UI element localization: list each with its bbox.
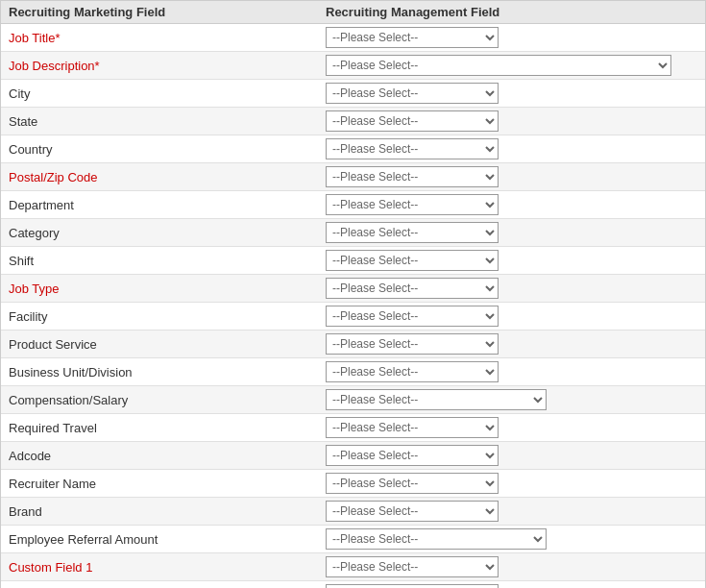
field-label: Required Travel xyxy=(9,421,326,435)
field-label: Shift xyxy=(9,254,326,268)
field-value: --Please Select-- xyxy=(326,389,697,410)
field-select[interactable]: --Please Select-- xyxy=(326,306,499,327)
field-value: --Please Select-- xyxy=(326,556,697,577)
field-value: --Please Select-- xyxy=(326,473,697,494)
field-value: --Please Select-- xyxy=(326,250,697,271)
field-label: Product Service xyxy=(9,337,326,352)
table-row: Facility--Please Select-- xyxy=(1,303,705,331)
field-select[interactable]: --Please Select-- xyxy=(326,166,499,187)
field-label: Postal/Zip Code xyxy=(9,170,326,184)
table-row: Job Type--Please Select-- xyxy=(1,275,705,303)
field-label: Category xyxy=(9,226,326,240)
field-select[interactable]: --Please Select-- xyxy=(326,584,499,588)
table-header: Recruiting Marketing Field Recruiting Ma… xyxy=(1,1,705,24)
field-select[interactable]: --Please Select-- xyxy=(326,138,499,159)
field-label: Job Type xyxy=(9,282,326,296)
table-row: Product Service--Please Select-- xyxy=(1,331,705,358)
field-select[interactable]: --Please Select-- xyxy=(326,27,499,48)
field-label: Job Description* xyxy=(9,59,326,73)
header-marketing-field: Recruiting Marketing Field xyxy=(9,5,326,19)
table-row: Department--Please Select-- xyxy=(1,191,705,219)
table-row: Postal/Zip Code--Please Select-- xyxy=(1,163,705,191)
field-value: --Please Select-- xyxy=(326,361,697,382)
table-row: Shift--Please Select-- xyxy=(1,247,705,275)
field-value: --Please Select-- xyxy=(326,222,697,243)
field-label: Facility xyxy=(9,309,326,324)
field-label: Brand xyxy=(9,504,326,519)
field-value: --Please Select-- xyxy=(326,417,697,438)
field-select[interactable]: --Please Select-- xyxy=(326,556,499,577)
required-star: * xyxy=(95,59,100,73)
field-label: Employee Referral Amount xyxy=(9,532,326,547)
field-label: City xyxy=(9,86,326,101)
field-select[interactable]: --Please Select-- xyxy=(326,473,499,494)
field-value: --Please Select-- xyxy=(326,528,697,550)
field-select[interactable]: --Please Select-- xyxy=(326,83,499,104)
field-select[interactable]: --Please Select-- xyxy=(326,55,671,76)
table-row: Business Unit/Division--Please Select-- xyxy=(1,358,705,386)
field-value: --Please Select-- xyxy=(326,138,697,159)
field-value: --Please Select-- xyxy=(326,110,697,132)
field-value: --Please Select-- xyxy=(326,306,697,327)
field-select[interactable]: --Please Select-- xyxy=(326,333,499,355)
field-value: --Please Select-- xyxy=(326,333,697,355)
field-select[interactable]: --Please Select-- xyxy=(326,417,499,438)
field-label: Adcode xyxy=(9,449,326,463)
field-select[interactable]: --Please Select-- xyxy=(326,361,499,382)
field-select[interactable]: --Please Select-- xyxy=(326,194,499,215)
field-select[interactable]: --Please Select-- xyxy=(326,278,499,299)
field-select[interactable]: --Please Select-- xyxy=(326,110,499,132)
field-label: Department xyxy=(9,198,326,212)
table-row: Required Travel--Please Select-- xyxy=(1,414,705,442)
table-row: Category--Please Select-- xyxy=(1,219,705,247)
field-select[interactable]: --Please Select-- xyxy=(326,528,547,550)
field-value: --Please Select-- xyxy=(326,501,697,522)
table-row: Adcode--Please Select-- xyxy=(1,442,705,470)
table-row: Employee Referral Amount--Please Select-… xyxy=(1,526,705,553)
field-label: Job Title* xyxy=(9,31,326,45)
table-row: Job Description*--Please Select-- xyxy=(1,52,705,80)
table-row: Country--Please Select-- xyxy=(1,135,705,163)
rows-container: Job Title*--Please Select--Job Descripti… xyxy=(1,24,705,588)
table-row: Recruiter Name--Please Select-- xyxy=(1,470,705,498)
field-value: --Please Select-- xyxy=(326,27,697,48)
field-select[interactable]: --Please Select-- xyxy=(326,445,499,466)
field-value: --Please Select-- xyxy=(326,584,697,588)
table-row: Custom Field 1--Please Select-- xyxy=(1,553,705,581)
field-label: Business Unit/Division xyxy=(9,365,326,380)
required-star: * xyxy=(55,31,60,45)
field-value: --Please Select-- xyxy=(326,445,697,466)
table-row: Job Title*--Please Select-- xyxy=(1,24,705,52)
field-value: --Please Select-- xyxy=(326,166,697,187)
field-label: Custom Field 1 xyxy=(9,560,326,575)
table-row: City--Please Select-- xyxy=(1,80,705,108)
field-select[interactable]: --Please Select-- xyxy=(326,501,499,522)
mapping-table: Recruiting Marketing Field Recruiting Ma… xyxy=(0,0,706,588)
table-row: Compensation/Salary--Please Select-- xyxy=(1,386,705,414)
field-value: --Please Select-- xyxy=(326,278,697,299)
field-label: Country xyxy=(9,142,326,157)
header-management-field: Recruiting Management Field xyxy=(326,5,697,19)
table-row: Custom Field 2--Please Select-- xyxy=(1,581,705,588)
table-row: State--Please Select-- xyxy=(1,108,705,135)
field-select[interactable]: --Please Select-- xyxy=(326,222,499,243)
table-row: Brand--Please Select-- xyxy=(1,498,705,526)
field-select[interactable]: --Please Select-- xyxy=(326,250,499,271)
field-label: Recruiter Name xyxy=(9,477,326,491)
field-value: --Please Select-- xyxy=(326,55,697,76)
field-select[interactable]: --Please Select-- xyxy=(326,389,547,410)
field-value: --Please Select-- xyxy=(326,83,697,104)
field-label: State xyxy=(9,114,326,129)
field-value: --Please Select-- xyxy=(326,194,697,215)
field-label: Compensation/Salary xyxy=(9,393,326,407)
